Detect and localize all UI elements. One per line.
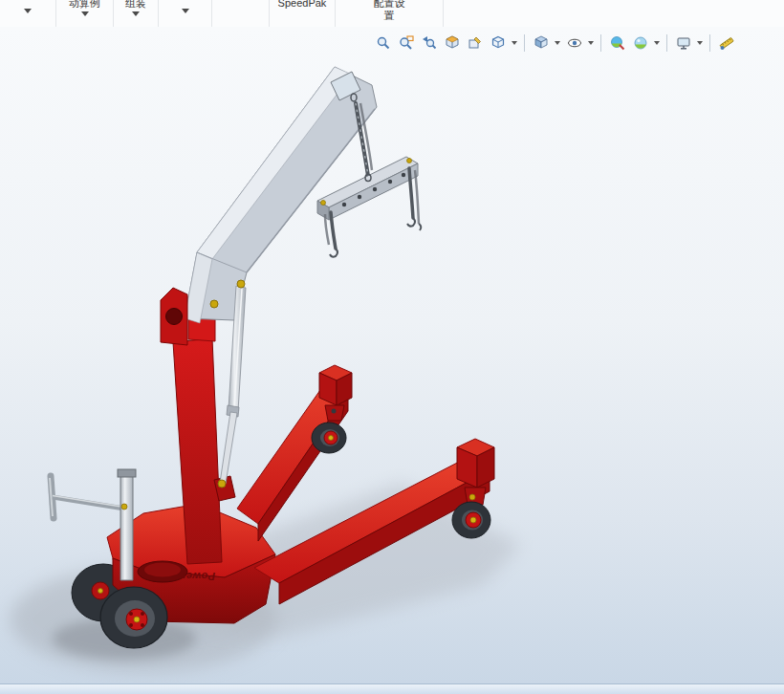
dropdown-caret-icon[interactable] xyxy=(654,41,660,45)
dropdown-caret-icon[interactable] xyxy=(24,9,32,13)
graphics-viewport[interactable]: Power xyxy=(0,27,784,683)
solidworks-window: 动算例 组装 SpeedPak 配置设置 xyxy=(0,0,784,694)
edit-appearance-icon[interactable] xyxy=(607,33,627,53)
toolbar-separator xyxy=(709,34,710,52)
dropdown-caret-icon[interactable] xyxy=(512,41,517,45)
display-style-icon[interactable] xyxy=(531,33,551,53)
hide-show-items-icon[interactable] xyxy=(564,33,584,53)
transport-wheels-front[interactable] xyxy=(100,587,167,648)
headsup-view-toolbar xyxy=(373,33,736,53)
toolbar-item-label: SpeedPak xyxy=(278,0,327,10)
toolbar-cell xyxy=(212,0,270,27)
zoom-to-area-icon[interactable] xyxy=(396,33,416,53)
measure-icon[interactable] xyxy=(716,33,736,53)
dropdown-caret-icon[interactable] xyxy=(588,41,594,45)
toolbar-item-label: 动算例 xyxy=(69,0,100,10)
toolbar-item-motion-study[interactable]: 动算例 xyxy=(56,0,114,27)
apply-scene-icon[interactable] xyxy=(630,33,650,53)
toolbar-cell[interactable] xyxy=(159,0,212,27)
crane-3d-model: Power xyxy=(0,27,784,683)
toolbar-separator xyxy=(600,34,601,52)
toolbar-cell xyxy=(444,0,784,27)
zoom-to-fit-icon[interactable] xyxy=(373,33,393,53)
toolbar-item-speedpak[interactable]: SpeedPak xyxy=(270,0,336,27)
status-bar xyxy=(0,683,784,694)
view-orientation-icon[interactable] xyxy=(488,33,508,53)
3d-drawing-view-icon[interactable] xyxy=(465,33,485,53)
dropdown-caret-icon[interactable] xyxy=(132,11,140,16)
toolbar-cell[interactable] xyxy=(0,0,56,27)
toolbar-item-label: 配置设置 xyxy=(369,0,409,22)
toolbar-separator xyxy=(666,34,667,52)
toolbar-item-configuration-settings[interactable]: 配置设置 xyxy=(336,0,444,27)
view-settings-icon[interactable] xyxy=(673,33,693,53)
dropdown-caret-icon[interactable] xyxy=(81,11,89,16)
previous-view-icon[interactable] xyxy=(419,33,439,53)
pump-handle[interactable] xyxy=(50,469,136,580)
dropdown-caret-icon[interactable] xyxy=(555,41,560,45)
command-toolbar: 动算例 组装 SpeedPak 配置设置 xyxy=(0,0,784,28)
dropdown-caret-icon[interactable] xyxy=(182,9,189,13)
dropdown-caret-icon[interactable] xyxy=(697,41,703,45)
toolbar-item-assemble[interactable]: 组装 xyxy=(114,0,159,27)
section-view-icon[interactable] xyxy=(442,33,462,53)
toolbar-separator xyxy=(524,34,525,52)
power-logo: Power xyxy=(181,571,215,582)
toolbar-item-label: 组装 xyxy=(125,0,146,10)
